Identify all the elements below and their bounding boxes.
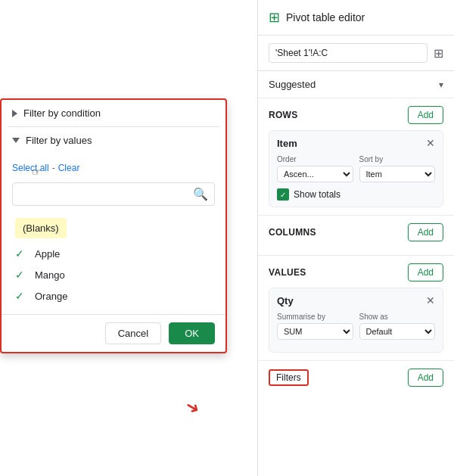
mango-label: Mango <box>35 269 65 281</box>
mango-checkmark-icon: ✓ <box>15 269 27 281</box>
filter-by-values-section: ☞ Select all - Clear 🔍 (Blanks) ✓ Apple … <box>2 154 225 314</box>
pivot-title: Pivot table editor <box>286 11 365 23</box>
select-all-link[interactable]: Select all <box>12 163 49 173</box>
data-range-row: ⊞ <box>258 36 454 71</box>
suggested-label: Suggested <box>269 79 316 90</box>
grid-icon[interactable]: ⊞ <box>434 46 443 61</box>
cursor-icon: ☞ <box>32 166 42 178</box>
qty-card-header: Qty ✕ <box>277 294 435 306</box>
orange-label: Orange <box>35 291 67 302</box>
item-card-header: Item ✕ <box>277 137 435 149</box>
clear-link[interactable]: Clear <box>58 163 80 173</box>
item-card-title: Item <box>277 138 297 149</box>
item-card-close-icon[interactable]: ✕ <box>426 137 435 149</box>
show-totals-row: ✓ Show totals <box>277 188 435 201</box>
qty-card-close-icon[interactable]: ✕ <box>426 294 435 306</box>
show-as-dropdown[interactable]: Default <box>359 323 436 340</box>
ok-button[interactable]: OK <box>169 322 215 344</box>
qty-card: Qty ✕ Summarise by SUM Show as Default <box>269 288 443 353</box>
qty-card-title: Qty <box>277 295 294 306</box>
sort-by-control: Sort by Item <box>359 155 436 182</box>
show-totals-label: Show totals <box>294 189 340 200</box>
values-label: Values <box>269 267 306 278</box>
item-card: Item ✕ Order Ascen... Sort by Item <box>269 130 443 207</box>
search-input[interactable] <box>19 188 188 200</box>
order-label: Order <box>277 155 353 163</box>
qty-card-controls: Summarise by SUM Show as Default <box>277 313 435 340</box>
values-add-button[interactable]: Add <box>408 263 443 282</box>
filter-by-condition-item[interactable]: Filter by condition <box>2 100 225 126</box>
search-icon: 🔍 <box>193 187 208 201</box>
summarise-by-dropdown[interactable]: SUM <box>277 323 353 340</box>
sort-by-dropdown[interactable]: Item <box>359 166 436 182</box>
filter-by-condition-label: Filter by condition <box>23 107 101 119</box>
arrow-indicator: ➜ <box>182 395 204 419</box>
pivot-table-icon: ⊞ <box>269 9 280 26</box>
rows-header: Rows Add <box>269 106 443 124</box>
suggested-section[interactable]: Suggested ▾ <box>258 71 454 98</box>
cancel-button[interactable]: Cancel <box>105 322 161 344</box>
filter-by-values-item[interactable]: Filter by values <box>2 127 225 154</box>
sort-by-label: Sort by <box>359 155 436 163</box>
filter-by-values-label: Filter by values <box>26 135 92 146</box>
triangle-right-icon <box>12 110 17 117</box>
rows-add-button[interactable]: Add <box>408 106 443 124</box>
order-control: Order Ascen... <box>277 155 353 182</box>
blanks-label: (Blanks) <box>15 218 67 238</box>
order-dropdown[interactable]: Ascen... <box>277 166 353 182</box>
values-section: Values Add Qty ✕ Summarise by SUM Show a… <box>258 256 454 361</box>
show-as-label: Show as <box>359 313 436 321</box>
columns-header: Columns Add <box>269 223 443 241</box>
rows-section: Rows Add Item ✕ Order Ascen... Sort by I… <box>258 98 454 216</box>
mango-item[interactable]: ✓ Mango <box>12 264 215 285</box>
values-header: Values Add <box>269 263 443 282</box>
select-all-clear-row: ☞ Select all - Clear <box>12 158 215 178</box>
triangle-down-icon <box>12 138 20 143</box>
summarise-by-label: Summarise by <box>277 313 353 321</box>
filters-add-button[interactable]: Add <box>408 369 443 387</box>
apple-item[interactable]: ✓ Apple <box>12 243 215 264</box>
suggested-chevron-icon[interactable]: ▾ <box>439 79 443 90</box>
action-buttons: Cancel OK <box>2 314 225 352</box>
pivot-panel: ⊞ Pivot table editor ⊞ Suggested ▾ Rows … <box>257 0 454 476</box>
search-row: 🔍 <box>12 182 215 206</box>
columns-add-button[interactable]: Add <box>408 223 443 241</box>
pivot-header: ⊞ Pivot table editor <box>258 0 454 36</box>
columns-section: Columns Add <box>258 216 454 256</box>
summarise-by-control: Summarise by SUM <box>277 313 353 340</box>
orange-item[interactable]: ✓ Orange <box>12 285 215 306</box>
filters-section: Filters Add <box>258 361 454 394</box>
value-list: (Blanks) ✓ Apple ✓ Mango ✓ Orange <box>12 210 215 310</box>
item-card-controls: Order Ascen... Sort by Item <box>277 155 435 182</box>
apple-checkmark-icon: ✓ <box>15 247 27 260</box>
blanks-item[interactable]: (Blanks) <box>12 213 215 243</box>
filter-dropdown-panel: Filter by condition Filter by values ☞ S… <box>0 98 227 353</box>
data-range-input[interactable] <box>269 43 428 63</box>
rows-label: Rows <box>269 110 298 120</box>
show-totals-checkbox[interactable]: ✓ <box>277 188 289 201</box>
dash-separator: - <box>52 163 55 173</box>
columns-label: Columns <box>269 227 316 238</box>
filters-badge: Filters <box>269 369 309 386</box>
apple-label: Apple <box>35 248 60 260</box>
show-as-control: Show as Default <box>359 313 436 340</box>
orange-checkmark-icon: ✓ <box>15 290 27 302</box>
